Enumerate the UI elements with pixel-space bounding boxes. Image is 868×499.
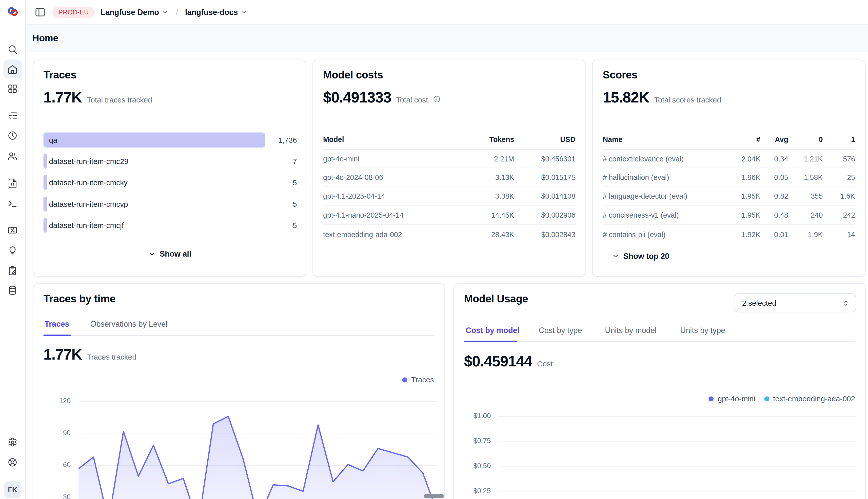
model-costs-table: gpt-4o-mini2.21M$0.456301 gpt-4o-2024-08… [323,149,575,244]
tab-observations-by-level[interactable]: Observations by Level [90,320,167,328]
topbar: PROD-EU Langfuse Demo / langfuse-docs [26,0,868,25]
trace-bar [44,133,265,147]
dashboard-icon [7,83,18,94]
sidebar-item-tracing[interactable] [3,106,22,125]
scores-total-label: Total scores tracked [654,96,721,104]
traces-tracked-label: Traces tracked [87,353,136,361]
table-row: # contains-pii (eval)1.92K0.011.9K14 [603,225,855,244]
y-axis-label: $0.75 [466,437,491,445]
legend-dot [402,378,407,382]
model-costs-card: Model costs $0.491333 Total cost Model T… [312,60,586,277]
show-all-button[interactable]: Show all [33,250,306,258]
tab-cost-by-model[interactable]: Cost by model [466,326,519,334]
trace-bar-row: dataset-run-item-cmcky 5 [44,175,297,190]
scores-total-metric: 15.82K [603,89,649,106]
sidebar-item-annotation[interactable] [3,241,22,260]
sidebar-item-support[interactable] [3,453,22,472]
table-row: gpt-4.1-2025-04-143.38K$0.014108 [323,187,575,206]
card-title: Traces by time [44,293,116,305]
info-icon[interactable] [433,95,441,105]
sidebar-item-prompts[interactable] [3,173,22,193]
model-select[interactable]: 2 selected [734,293,856,312]
home-icon [7,64,18,74]
user-avatar[interactable]: FK [4,481,21,498]
org-switcher[interactable]: Langfuse Demo [100,8,169,16]
tab-units-by-model[interactable]: Units by model [605,326,656,334]
traces-tracked-metric: 1.77K [44,346,82,363]
panel-left-icon [34,6,46,17]
traces-card: Traces 1.77K Total traces tracked qa 1,7… [33,60,306,277]
project-switcher[interactable]: langfuse-docs [185,8,248,16]
table-row: # language-detector (eval)1.95K0.823551.… [603,187,855,206]
chevron-down-icon [148,250,156,258]
main-content: Traces 1.77K Total traces tracked qa 1,7… [26,52,868,499]
sidebar: FK [0,0,26,499]
active-tab-marker [464,341,517,342]
sidebar-item-search[interactable] [3,39,22,59]
active-tab-marker [44,334,71,336]
trace-bar-label: dataset-run-item-cmc29 [49,157,129,165]
traces-total-label: Total traces tracked [87,96,152,104]
tabs-divider [44,335,434,336]
gridline [498,466,856,467]
table-row: text-embedding-ada-00228.43K$0.002843 [323,225,575,244]
langfuse-logo-icon [6,5,19,19]
trace-bar-value: 5 [293,221,297,229]
y-axis-label: 30 [48,493,71,499]
usage-cost-label: Cost [537,360,552,368]
y-axis-label: 90 [48,429,71,437]
sidebar-item-evaluation[interactable] [3,220,22,239]
sidebar-item-exports[interactable] [3,281,22,300]
y-axis-label: $0.25 [466,487,491,495]
scores-card: Scores 15.82K Total scores tracked Name … [592,60,866,277]
sidebar-item-playground[interactable] [3,194,22,213]
scores-table: # contextrelevance (eval)2.04K0.341.21K5… [603,149,855,244]
traces-by-time-card: Traces by time Traces Observations by Le… [33,283,445,499]
chevron-down-icon [241,8,248,16]
sidebar-toggle-button[interactable] [33,5,47,19]
tab-cost-by-type[interactable]: Cost by type [538,326,582,334]
y-axis-label: $0.50 [466,462,491,470]
playground-terminal-icon [7,198,18,208]
model-costs-label: Total cost [396,96,428,104]
org-name: Langfuse Demo [100,8,159,16]
trace-bar-row: dataset-run-item-cmcjf 5 [44,218,297,233]
trace-bar [44,197,47,211]
chevron-down-icon [162,8,169,16]
show-top-20-button[interactable]: Show top 20 [612,252,669,260]
usage-cost-metric: $0.459144 [464,353,532,370]
prompts-file-icon [7,178,18,188]
trace-bar-value: 5 [293,200,297,208]
tab-units-by-type[interactable]: Units by type [680,326,725,334]
sidebar-item-settings[interactable] [3,433,22,451]
exports-database-icon [7,285,18,295]
settings-gear-icon [7,437,18,447]
sidebar-item-datasets[interactable] [3,261,22,280]
trace-bar-value: 7 [293,157,297,165]
chevron-down-icon [612,252,620,260]
sidebar-item-users[interactable] [3,146,22,166]
sidebar-item-sessions[interactable] [3,126,22,145]
legend-item: gpt-4o-mini [709,395,755,403]
trace-bar [44,154,47,169]
trace-bar-row: dataset-run-item-cmcvp 5 [44,197,297,211]
traces-area-chart [79,390,438,499]
tab-traces[interactable]: Traces [45,320,69,328]
sidebar-item-dashboards[interactable] [3,79,22,98]
scores-table-header: Name # Avg 0 1 [603,130,855,148]
annotation-lightbulb-icon [7,245,18,256]
app-window: FK PROD-EU Langfuse Demo / langfuse-docs… [0,0,868,499]
sidebar-item-home[interactable] [3,60,22,78]
gridline [498,441,856,442]
trace-bar-value: 5 [293,178,297,186]
support-lifebuoy-icon [7,457,18,467]
trace-bar [44,218,47,233]
model-costs-table-header: Model Tokens USD [323,130,575,148]
y-axis-label: 60 [48,461,71,469]
card-title: Traces [44,69,76,81]
table-row: gpt-4o-2024-08-063.13K$0.015175 [323,168,575,187]
search-icon [7,44,18,54]
horizontal-scrollbar-thumb[interactable] [424,494,444,498]
table-row: # hallucination (eval)1.96K0.051.58K25 [603,168,855,187]
chart-legend: Traces [402,376,434,384]
